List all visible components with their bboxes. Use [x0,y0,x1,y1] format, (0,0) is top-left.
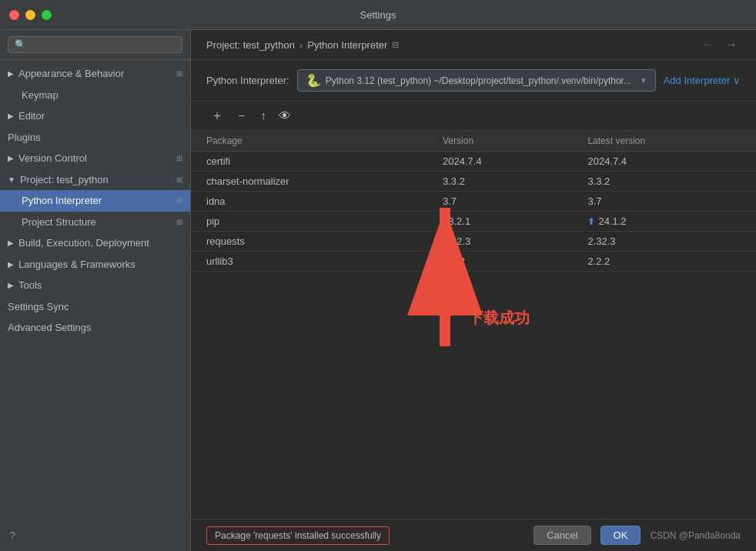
package-version: 3.3.2 [427,172,572,192]
sidebar-item-label: Version Control [18,151,87,166]
search-bar [0,30,190,60]
package-latest-version: 2024.7.4 [572,152,756,172]
package-latest-version: ⬆ 24.1.2 [572,212,756,232]
package-name: requests [191,232,427,252]
chevron-right-icon: ▶ [8,110,14,122]
watermark: CSDN @Panda8onda [650,530,741,541]
package-version: 3.7 [427,192,572,212]
window-title: Settings [360,9,396,21]
package-table: Package Version Latest version certifi20… [191,131,756,272]
add-package-button[interactable]: ＋ [206,106,228,125]
remove-package-button[interactable]: － [231,106,253,125]
interpreter-row: Python Interpreter: 🐍 Python 3.12 (test_… [191,60,756,102]
close-button[interactable] [9,10,19,20]
package-version: 2.32.3 [427,232,572,252]
help-button[interactable]: ? [9,529,15,542]
package-table-container: Package Version Latest version certifi20… [191,131,756,519]
sidebar-item-python-interpreter[interactable]: Python Interpreter ⊞ [0,190,190,212]
settings-icon: ⊞ [176,216,182,228]
status-message: Package 'requests' installed successfull… [206,526,390,545]
package-latest-version: 2.2.2 [572,252,756,272]
package-name: idna [191,192,427,212]
annotation-chinese-text: 下载成功 [468,308,530,329]
sidebar-item-tools[interactable]: ▶ Tools [0,275,190,296]
chevron-right-icon: ▶ [8,237,14,249]
sidebar-item-label: Plugins [8,130,41,145]
package-latest-version: 3.3.2 [572,172,756,192]
ok-button[interactable]: OK [600,526,641,545]
refresh-button[interactable]: 👁 [274,108,296,125]
sidebar-item-keymap[interactable]: Keymap [0,85,190,106]
package-name: pip [191,212,427,232]
package-name: charset-normalizer [191,172,427,192]
chevron-right-icon: ▶ [8,68,14,79]
upgrade-icon: ⬆ [587,216,595,227]
sidebar-item-appearance[interactable]: ▶ Appearance & Behavior ⊞ [0,63,190,85]
content-area: Project: test_python › Python Interprete… [191,30,756,551]
sidebar-item-advanced-settings[interactable]: Advanced Settings [0,317,190,339]
sidebar-nav: ▶ Appearance & Behavior ⊞ Keymap ▶ Edito… [0,60,190,551]
table-row[interactable]: charset-normalizer3.3.23.3.2 [191,172,756,192]
settings-icon: ⊞ [176,68,182,79]
chevron-down-icon: ▼ [8,174,15,185]
sidebar-item-plugins[interactable]: Plugins [0,127,190,149]
pin-icon: ⊟ [392,40,399,50]
sidebar-item-project-structure[interactable]: Project Structure ⊞ [0,212,190,233]
maximize-button[interactable] [42,10,52,20]
table-row[interactable]: certifi2024.7.42024.7.4 [191,152,756,172]
settings-icon: ⊞ [176,195,182,206]
sidebar-item-label: Project: test_python [20,172,109,188]
chevron-right-icon: ▶ [8,279,14,291]
breadcrumb-project: Project: test_python [206,39,295,51]
package-toolbar: ＋ － ↑ 👁 [191,102,756,131]
add-interpreter-label: Add Interpreter ∨ [664,75,741,86]
chevron-down-icon: ▼ [640,76,647,85]
package-version: 23.2.1 [427,212,572,232]
title-bar: Settings [0,0,756,29]
chevron-right-icon: ▶ [8,152,14,164]
sidebar-item-label: Build, Execution, Deployment [18,235,149,251]
add-interpreter-button[interactable]: Add Interpreter ∨ [664,75,741,86]
sidebar-item-editor[interactable]: ▶ Editor [0,105,190,127]
settings-icon: ⊞ [176,152,182,164]
breadcrumb-separator: › [299,39,303,51]
sidebar-item-label: Appearance & Behavior [18,66,124,82]
minimize-button[interactable] [25,10,35,20]
main-container: ▶ Appearance & Behavior ⊞ Keymap ▶ Edito… [0,29,756,551]
package-version: 2024.7.4 [427,152,572,172]
cancel-button[interactable]: Cancel [534,526,590,545]
chevron-right-icon: ▶ [8,259,14,270]
table-row[interactable]: urllib32.2.22.2.2 [191,252,756,272]
interpreter-dropdown[interactable]: 🐍 Python 3.12 (test_python) ~/Desktop/pr… [297,69,656,92]
column-package: Package [191,131,427,152]
sidebar-item-version-control[interactable]: ▶ Version Control ⊞ [0,148,190,169]
back-button[interactable]: ← [699,38,718,52]
package-name: certifi [191,152,427,172]
status-right: Cancel OK CSDN @Panda8onda [534,526,741,545]
forward-button[interactable]: → [722,38,741,52]
sidebar-item-label: Languages & Frameworks [18,257,135,272]
sidebar-item-label: Editor [18,109,45,124]
sidebar: ▶ Appearance & Behavior ⊞ Keymap ▶ Edito… [0,30,191,551]
sidebar-item-label: Settings Sync [8,299,69,315]
sidebar-item-build[interactable]: ▶ Build, Execution, Deployment [0,232,190,254]
sidebar-item-settings-sync[interactable]: Settings Sync [0,296,190,318]
sidebar-item-label: Python Interpreter [22,193,102,209]
settings-icon: ⊞ [176,174,182,185]
upgrade-package-button[interactable]: ↑ [256,108,271,125]
search-input[interactable] [8,36,182,53]
window-controls [9,10,52,20]
table-row[interactable]: pip23.2.1⬆ 24.1.2 [191,212,756,232]
table-row[interactable]: idna3.73.7 [191,192,756,212]
sidebar-item-project[interactable]: ▼ Project: test_python ⊞ [0,169,190,191]
sidebar-item-label: Advanced Settings [8,320,91,336]
interpreter-label: Python Interpreter: [206,75,289,86]
content-header: Project: test_python › Python Interprete… [191,30,756,60]
table-row[interactable]: requests2.32.32.32.3 [191,232,756,252]
sidebar-item-languages[interactable]: ▶ Languages & Frameworks [0,254,190,276]
status-bar: Package 'requests' installed successfull… [191,519,756,551]
breadcrumb-page: Python Interpreter [307,39,387,51]
python-icon: 🐍 [306,73,321,88]
interpreter-name: Python 3.12 (test_python) ~/Desktop/proj… [326,75,635,86]
column-latest-version: Latest version [572,131,756,152]
